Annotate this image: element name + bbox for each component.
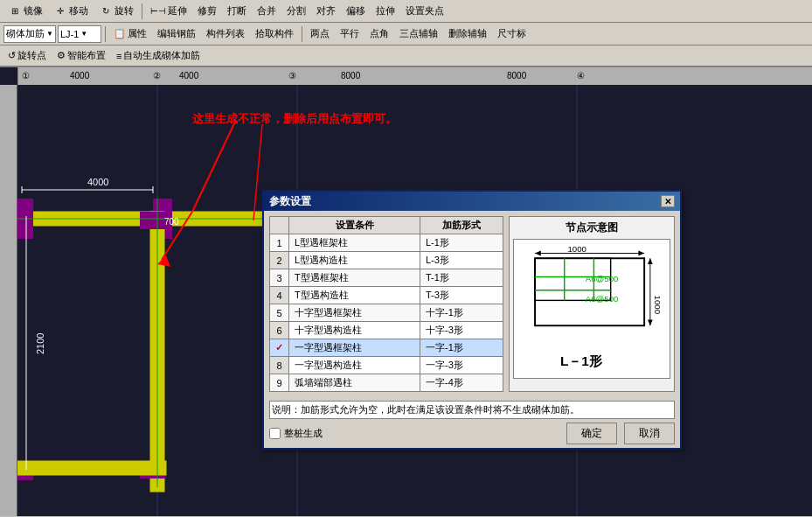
- checkbox-label[interactable]: 整桩生成: [269, 427, 323, 440]
- dim-btn[interactable]: 尺寸标: [493, 25, 531, 42]
- break-btn[interactable]: 打断: [223, 3, 251, 19]
- del-axis-btn[interactable]: 删除辅轴: [444, 25, 491, 42]
- param-table-row[interactable]: 6十字型遇构造柱十字-3形: [270, 322, 503, 339]
- type-cell: 一字-1形: [420, 339, 503, 357]
- integral-gen-checkbox[interactable]: [269, 428, 281, 439]
- svg-text:A6@500: A6@500: [586, 294, 619, 304]
- param-table-row[interactable]: 8一字型遇构造柱一字-3形: [270, 357, 503, 374]
- type-cell: 十字-3形: [420, 322, 503, 339]
- svg-text:A6@500: A6@500: [586, 274, 619, 283]
- offset-btn[interactable]: 偏移: [342, 3, 370, 19]
- svg-text:4000: 4000: [87, 177, 108, 187]
- dialog-right-panel: 节点示意图: [509, 216, 675, 392]
- condition-cell: 十字型遇框架柱: [289, 304, 420, 322]
- move-btn[interactable]: ✛ 移动: [49, 3, 93, 20]
- align-btn[interactable]: 对齐: [312, 3, 340, 19]
- mirror-btn[interactable]: ⊞ 镜像: [3, 3, 47, 20]
- row-num-cell: 4: [270, 287, 289, 304]
- stretch-btn[interactable]: 拉伸: [371, 3, 399, 19]
- svg-text:8000: 8000: [507, 71, 527, 80]
- type-cell: L-1形: [420, 234, 503, 252]
- ruler-vertical: [0, 85, 17, 516]
- dropdown2-arrow: ▼: [80, 30, 87, 38]
- three-point-axis-btn[interactable]: 三点辅轴: [395, 25, 442, 42]
- condition-cell: L型遇框架柱: [289, 234, 420, 252]
- type-cell: T-3形: [420, 287, 503, 304]
- parallel-btn[interactable]: 平行: [336, 25, 364, 42]
- condition-cell: 十字型遇构造柱: [289, 322, 420, 339]
- param-table-row[interactable]: 9弧墙端部遇柱一字-4形: [270, 374, 503, 392]
- main-area: 4000 4000 8000 8000 ① ② ③ ④: [0, 67, 812, 516]
- param-table-row[interactable]: 3T型遇框架柱T-1形: [270, 269, 503, 287]
- svg-text:1000: 1000: [567, 244, 586, 254]
- svg-rect-0: [17, 67, 812, 85]
- dialog-footer: 说明：加筋形式允许为空，此时在满足该设置条件时将不生成砌体加筋。 整桩生成 确定…: [264, 397, 680, 448]
- smart-layout-btn[interactable]: ⚙ 智能布置: [52, 47, 110, 64]
- col-num-header: [270, 217, 289, 234]
- condition-cell: 一字型遇构造柱: [289, 357, 420, 374]
- point-angle-btn[interactable]: 点角: [365, 25, 393, 42]
- ok-button[interactable]: 确定: [566, 423, 617, 444]
- cancel-button[interactable]: 取消: [624, 423, 675, 444]
- dialog-close-button[interactable]: ✕: [661, 195, 675, 207]
- btn-group: 确定 取消: [566, 423, 675, 444]
- setgrip-btn[interactable]: 设置夹点: [401, 3, 448, 19]
- pick-member-btn[interactable]: 拾取构件: [251, 25, 298, 42]
- type-cell: 一字-3形: [420, 357, 503, 374]
- member-id-dropdown[interactable]: LJ-1 ▼: [58, 25, 101, 43]
- row-num-cell: 1: [270, 234, 289, 252]
- row-num-cell: 9: [270, 374, 289, 392]
- param-table-row[interactable]: 1L型遇框架柱L-1形: [270, 234, 503, 252]
- dialog-bottom: 整桩生成 确定 取消: [269, 423, 675, 444]
- condition-cell: T型遇框架柱: [289, 269, 420, 287]
- param-table-row[interactable]: ✓一字型遇框架柱一字-1形: [270, 339, 503, 357]
- dialog-left-panel: 设置条件 加筋形式 1L型遇框架柱L-1形2L型遇构造柱L-3形3T型遇框架柱T…: [269, 216, 503, 392]
- dropdown1-arrow: ▼: [46, 30, 53, 38]
- separator1: [142, 3, 142, 19]
- svg-text:L－1形: L－1形: [560, 353, 603, 368]
- svg-rect-23: [17, 461, 166, 475]
- row-num-cell: 2: [270, 252, 289, 269]
- two-point-btn[interactable]: 两点: [306, 25, 334, 42]
- row-num-cell: 5: [270, 304, 289, 322]
- param-table-row[interactable]: 5十字型遇框架柱十字-1形: [270, 304, 503, 322]
- type-cell: L-3形: [420, 252, 503, 269]
- type-cell: 十字-1形: [420, 304, 503, 322]
- svg-text:700: 700: [164, 217, 179, 227]
- svg-text:4000: 4000: [70, 71, 90, 80]
- auto-gen-btn[interactable]: ≡ 自动生成砌体加筋: [112, 47, 205, 64]
- param-table-row[interactable]: 4T型遇构造柱T-3形: [270, 287, 503, 304]
- svg-text:③: ③: [288, 71, 296, 80]
- svg-rect-20: [140, 212, 166, 229]
- row-num-cell: ✓: [270, 339, 289, 357]
- extend-btn[interactable]: ⊢⊣ 延伸: [146, 3, 191, 19]
- node-diagram: 1000 1000 A6@500 A6@500: [513, 239, 670, 379]
- param-settings-dialog[interactable]: 参数设置 ✕ 设置条件 加筋形式: [262, 190, 682, 450]
- member-list-btn[interactable]: 构件列表: [202, 25, 249, 42]
- svg-text:④: ④: [577, 71, 585, 80]
- edit-rebar-btn[interactable]: 编辑钢筋: [153, 25, 200, 42]
- ruler-horizontal: 4000 4000 8000 8000 ① ② ③ ④: [17, 67, 812, 85]
- condition-cell: T型遇构造柱: [289, 287, 420, 304]
- rotate-btn[interactable]: ↻ 旋转: [94, 3, 138, 20]
- rotate-icon: ↻: [99, 4, 113, 18]
- rotate-point-btn[interactable]: ↺ 旋转点: [3, 47, 51, 64]
- split-btn[interactable]: 分割: [282, 3, 310, 19]
- property-btn[interactable]: 📋 属性: [109, 25, 151, 42]
- param-table-row[interactable]: 2L型遇构造柱L-3形: [270, 252, 503, 269]
- type-cell: 一字-4形: [420, 374, 503, 392]
- auto-gen-icon: ≡: [116, 51, 121, 61]
- svg-text:2100: 2100: [35, 333, 45, 354]
- svg-text:①: ①: [22, 71, 30, 80]
- merge-btn[interactable]: 合并: [253, 3, 281, 19]
- condition-cell: 弧墙端部遇柱: [289, 374, 420, 392]
- separator3: [302, 26, 302, 42]
- svg-text:②: ②: [153, 71, 161, 80]
- separator2: [105, 26, 106, 42]
- trim-btn[interactable]: 修剪: [193, 3, 221, 19]
- dialog-body: 设置条件 加筋形式 1L型遇框架柱L-1形2L型遇构造柱L-3形3T型遇框架柱T…: [264, 211, 680, 397]
- member-type-dropdown[interactable]: 砌体加筋 ▼: [3, 25, 56, 43]
- dialog-title: 参数设置: [269, 194, 311, 209]
- col-type-header: 加筋形式: [420, 217, 503, 234]
- toolbar-row3: ↺ 旋转点 ⚙ 智能布置 ≡ 自动生成砌体加筋: [0, 45, 812, 66]
